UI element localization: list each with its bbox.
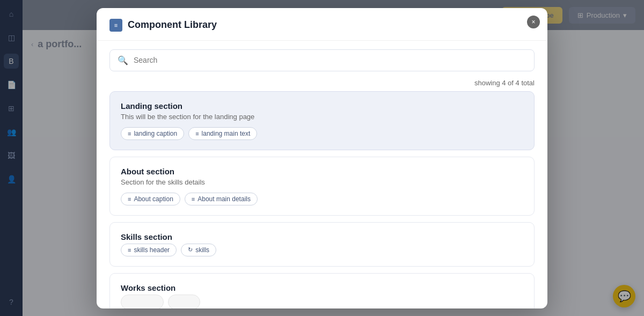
sections-list: Landing section This will be the section… <box>97 91 547 308</box>
modal-icon: ≡ <box>109 19 122 32</box>
works-section-name: Works section <box>121 283 523 292</box>
landing-main-text-tag[interactable]: ≡ landing main text <box>188 127 257 140</box>
about-section-desc: Section for the skills details <box>121 178 523 186</box>
component-icon: ≡ <box>114 22 118 28</box>
about-main-details-label: About main details <box>197 195 251 203</box>
skills-section-tags: ≡ skills header ↻ skills <box>121 244 523 256</box>
skills-section-card[interactable]: Skills section ≡ skills header ↻ skills <box>109 222 535 267</box>
tag-list-icon-5: ≡ <box>128 247 131 253</box>
about-section-card[interactable]: About section Section for the skills det… <box>109 157 535 216</box>
tag-list-icon-4: ≡ <box>192 196 195 202</box>
search-icon: 🔍 <box>118 55 128 65</box>
about-caption-tag[interactable]: ≡ About caption <box>121 193 180 205</box>
works-section-tags <box>121 295 523 308</box>
about-section-tags: ≡ About caption ≡ About main details <box>121 193 523 205</box>
modal-overlay: ≡ Component Library × 🔍 showing 4 of 4 t… <box>0 0 644 316</box>
search-area: 🔍 <box>97 41 547 76</box>
skills-tag[interactable]: ↻ skills <box>181 244 216 256</box>
skills-section-name: Skills section <box>121 232 523 241</box>
landing-section-card[interactable]: Landing section This will be the section… <box>109 91 535 150</box>
tag-refresh-icon: ↻ <box>188 246 193 253</box>
works-tag-placeholder-1 <box>121 295 164 308</box>
landing-main-text-label: landing main text <box>202 130 251 137</box>
skills-label: skills <box>195 246 209 254</box>
about-section-name: About section <box>121 167 523 176</box>
about-main-details-tag[interactable]: ≡ About main details <box>185 193 258 205</box>
landing-caption-tag[interactable]: ≡ landing caption <box>121 127 184 140</box>
modal-close-button[interactable]: × <box>527 16 540 28</box>
showing-count: showing 4 of 4 total <box>97 76 547 91</box>
search-wrapper: 🔍 <box>109 49 535 71</box>
works-tag-placeholder-2 <box>168 295 200 308</box>
search-input[interactable] <box>134 56 526 64</box>
component-library-modal: ≡ Component Library × 🔍 showing 4 of 4 t… <box>97 8 547 308</box>
landing-section-tags: ≡ landing caption ≡ landing main text <box>121 127 523 140</box>
modal-title: Component Library <box>128 19 217 31</box>
landing-section-name: Landing section <box>121 101 523 111</box>
landing-section-desc: This will be the section for the landing… <box>121 113 523 121</box>
tag-list-icon-2: ≡ <box>195 130 199 137</box>
skills-header-tag[interactable]: ≡ skills header <box>121 244 177 256</box>
about-caption-label: About caption <box>134 195 173 203</box>
landing-caption-label: landing caption <box>134 130 177 137</box>
tag-list-icon-3: ≡ <box>128 196 131 202</box>
works-section-card[interactable]: Works section <box>109 273 535 308</box>
skills-header-label: skills header <box>134 246 170 254</box>
tag-list-icon: ≡ <box>128 130 131 137</box>
modal-header: ≡ Component Library × <box>97 8 547 41</box>
